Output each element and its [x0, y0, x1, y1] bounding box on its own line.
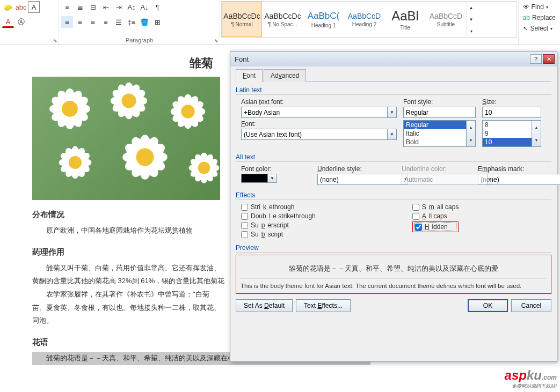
chevron-down-icon[interactable]: ▼	[388, 107, 397, 118]
emphasis-label: Emphasis mark:	[478, 165, 537, 173]
text-dir-icon[interactable]: A↕	[126, 1, 137, 13]
font-dialog: Font ? ✕ Font Advanced Latin text Asian …	[230, 51, 557, 362]
dialog-title: Font	[235, 55, 249, 63]
font-group: 🧽 abc A A Ⓐ ⬊	[0, 0, 59, 45]
styles-group: AaBbCcDc¶ NormalAaBbCcDc¶ No Spac...AaBb…	[220, 0, 519, 45]
set-default-button[interactable]: Set As Default	[236, 299, 293, 312]
numbering-icon[interactable]: ≣	[74, 1, 86, 13]
scroll-up-icon[interactable]: ▲	[467, 121, 475, 134]
font-style-label: Font style:	[403, 98, 476, 106]
align-center-icon[interactable]: ≡	[74, 16, 86, 28]
bullets-icon[interactable]: ≡	[61, 1, 73, 13]
all-caps-checkbox[interactable]: All caps	[412, 212, 459, 220]
ribbon: 🧽 abc A A Ⓐ ⬊ ≡ ≣ ⊟ ⇤ ⇥ A↕ A↓ ¶ ≡ ≡ ≡ ≡ …	[0, 0, 560, 45]
inc-indent-icon[interactable]: ⇥	[113, 1, 125, 13]
close-icon[interactable]: ✕	[543, 54, 555, 64]
scroll-down-icon[interactable]: ▼	[532, 134, 541, 146]
cancel-button[interactable]: Cancel	[511, 299, 551, 312]
style-item[interactable]: AaBbCcDc¶ No Spac...	[263, 2, 303, 37]
font-color-label: Font color:	[241, 165, 311, 173]
underline-style-combo[interactable]: ▼	[317, 174, 395, 185]
help-icon[interactable]: ?	[530, 54, 542, 64]
scroll-down-icon[interactable]: ▼	[467, 13, 475, 25]
binoculars-icon: 👁	[523, 3, 529, 11]
underline-color-label: Underline color:	[402, 165, 471, 173]
style-item[interactable]: AaBbCcDHeading 2	[344, 2, 384, 37]
document-image	[32, 77, 220, 200]
char-shading-icon[interactable]: abc	[15, 1, 27, 13]
borders-icon[interactable]: ⊞	[151, 16, 163, 28]
dec-indent-icon[interactable]: ⇤	[100, 1, 112, 13]
dialog-titlebar[interactable]: Font ? ✕	[230, 51, 557, 66]
tab-font[interactable]: Font	[236, 69, 263, 82]
editing-group: 👁Find ▾ abReplace ↖Select ▾	[519, 0, 560, 45]
style-item[interactable]: AaBbCcDSubtitle	[426, 2, 466, 37]
underline-color-combo: ▼	[402, 174, 471, 185]
scroll-up-icon[interactable]: ▲	[467, 2, 475, 13]
latin-text-group: Latin text Asian text font: ▼ Font style…	[236, 86, 551, 150]
underline-style-label: Underline style:	[317, 165, 395, 173]
strikethrough-checkbox[interactable]: Strikethrough	[241, 203, 316, 211]
tab-advanced[interactable]: Advanced	[264, 69, 306, 82]
align-right-icon[interactable]: ≡	[87, 16, 99, 28]
scroll-up-icon[interactable]: ▲	[532, 121, 541, 134]
find-button[interactable]: 👁Find ▾	[521, 2, 558, 12]
style-item[interactable]: AaBbC(Heading 1	[303, 2, 344, 37]
chevron-down-icon: ▼	[488, 174, 492, 185]
watermark: aspku.com 免费网站源码下载站!	[505, 368, 557, 390]
line-spacing-icon[interactable]: ‡≡	[126, 16, 137, 28]
font-combo[interactable]: ▼	[241, 129, 397, 140]
superscript-checkbox[interactable]: Superscript	[241, 221, 316, 229]
multilevel-icon[interactable]: ⊟	[87, 1, 99, 13]
justify-icon[interactable]: ≡	[100, 16, 112, 28]
effects-group: Effects Strikethrough Double strikethrou…	[236, 191, 551, 241]
double-strike-checkbox[interactable]: Double strikethrough	[241, 212, 316, 220]
cursor-icon: ↖	[523, 25, 528, 32]
clear-format-icon[interactable]: 🧽	[2, 1, 14, 13]
all-text-group: All text Font color: ▼ Underline style: …	[236, 153, 551, 188]
preview-group: Preview 雏菊的花语是－－天真、和平、希望、纯洁的美以及深藏在心底的爱 T…	[236, 244, 551, 294]
paragraph-group: ≡ ≣ ⊟ ⇤ ⇥ A↕ A↓ ¶ ≡ ≡ ≡ ≡ ☰ ‡≡ 🪣 ⊞ Parag…	[59, 0, 220, 45]
sort-icon[interactable]: A↓	[139, 1, 150, 13]
size-input[interactable]	[482, 107, 541, 118]
preview-sample: 雏菊的花语是－－天真、和平、希望、纯洁的美以及深藏在心底的爱	[241, 260, 547, 278]
asian-font-combo[interactable]: ▼	[241, 107, 397, 118]
scroll-down-icon[interactable]: ▼	[467, 134, 475, 146]
show-marks-icon[interactable]: ¶	[151, 1, 163, 13]
select-button[interactable]: ↖Select ▾	[521, 24, 558, 33]
enclose-char-icon[interactable]: Ⓐ	[15, 16, 27, 28]
replace-button[interactable]: abReplace	[521, 13, 558, 23]
size-label: Size:	[482, 98, 541, 106]
style-item[interactable]: AaBlTitle	[385, 2, 425, 37]
styles-gallery[interactable]: AaBbCcDc¶ NormalAaBbCcDc¶ No Spac...AaBb…	[221, 1, 517, 38]
chevron-down-icon[interactable]: ▼	[268, 174, 277, 183]
paragraph-label: Paragraph	[59, 36, 220, 45]
text-effects-button[interactable]: Text Effects...	[296, 299, 351, 312]
font-label: Font:	[241, 120, 397, 128]
font-color-combo[interactable]: ▼	[241, 174, 311, 183]
style-item[interactable]: AaBbCcDc¶ Normal	[222, 2, 262, 37]
ok-button[interactable]: OK	[468, 299, 508, 312]
dialog-launcher-icon[interactable]: ⬊	[214, 38, 219, 43]
shading-icon[interactable]: 🪣	[139, 16, 150, 28]
preview-description: This is the body theme font for Asian te…	[241, 283, 547, 289]
font-style-input[interactable]	[403, 107, 476, 118]
replace-icon: ab	[523, 14, 530, 21]
align-left-icon[interactable]: ≡	[61, 16, 73, 28]
more-styles-icon[interactable]: ▾	[467, 25, 475, 37]
asian-font-label: Asian text font:	[241, 98, 397, 106]
subscript-checkbox[interactable]: Subscript	[241, 231, 316, 238]
font-color-icon[interactable]: A	[2, 16, 14, 28]
dialog-tabs: Font Advanced	[236, 69, 551, 82]
small-caps-checkbox[interactable]: Small caps	[412, 203, 459, 211]
font-style-list[interactable]: RegularItalicBold	[403, 120, 467, 147]
dialog-launcher-icon[interactable]: ⬊	[53, 38, 57, 43]
chevron-down-icon[interactable]: ▼	[388, 129, 397, 140]
char-border-icon[interactable]: A	[28, 1, 40, 13]
size-list[interactable]: 8910	[482, 120, 532, 147]
hidden-checkbox[interactable]: Hidden	[415, 223, 456, 231]
distribute-icon[interactable]: ☰	[113, 16, 125, 28]
